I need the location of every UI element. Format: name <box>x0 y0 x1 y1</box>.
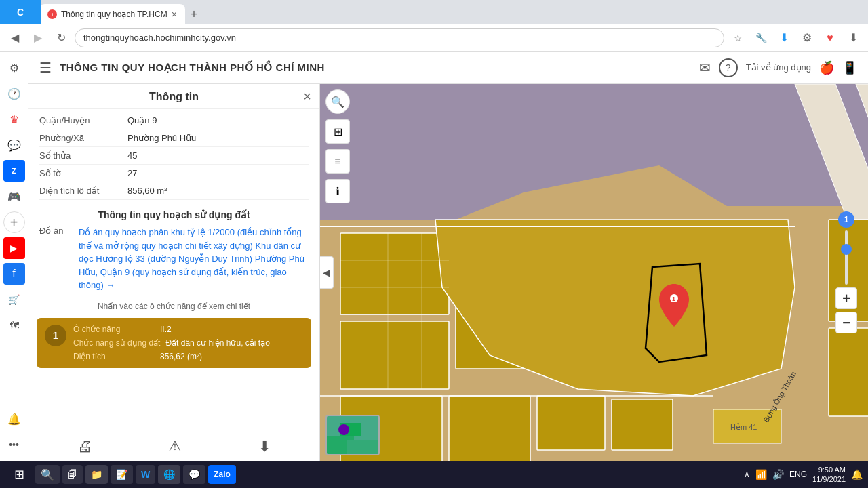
browser-tab-active[interactable]: i Thông tin quy hoạch TP.HCM × <box>39 4 185 24</box>
svg-text:1: 1 <box>672 296 675 302</box>
taskbar-word[interactable]: W <box>136 465 155 484</box>
start-button[interactable]: ⊞ <box>5 464 33 485</box>
sidebar-icon-shop[interactable]: 🛒 <box>3 289 25 310</box>
tray-volume[interactable]: 🔊 <box>772 469 784 480</box>
do-an-label: Đồ án <box>39 226 73 292</box>
download-ext-btn[interactable]: ⬇ <box>774 28 793 47</box>
zone-chuc-nang-label: Chức năng sử dụng đất <box>73 338 160 348</box>
zoom-out-button[interactable]: − <box>835 312 857 333</box>
sidebar-icon-more[interactable]: ••• <box>3 434 25 455</box>
sidebar-icon-gamepad[interactable]: 🎮 <box>3 186 25 207</box>
reload-button[interactable]: ↻ <box>52 28 71 47</box>
app-left-sidebar: ⚙ 🕐 ♛ 💬 Z 🎮 + ▶ f 🛒 🗺 🔔 ••• <box>0 52 28 461</box>
tab-close-btn[interactable]: × <box>172 9 177 20</box>
taskbar: ⊞ 🔍 🗐 📁 📝 W 🌐 💬 Zalo ∧ 📶 🔊 ENG 9:50 AM 1… <box>0 461 868 488</box>
address-bar[interactable]: thongtinquyhoach.hochiminhcity.gov.vn <box>75 28 724 47</box>
svg-rect-12 <box>829 328 868 416</box>
function-zone-card[interactable]: 1 Ô chức năng II.2 Chức năng sử dụng đất… <box>37 318 311 368</box>
map-list-button[interactable]: ≡ <box>326 149 350 174</box>
warning-button[interactable]: ⚠ <box>168 438 182 455</box>
sidebar-icon-settings[interactable]: ⚙ <box>3 57 25 79</box>
info-panel-title: Thông tin <box>149 91 199 103</box>
tray-lang[interactable]: ENG <box>789 470 807 479</box>
map-collapse-control[interactable]: ◀ <box>320 256 334 289</box>
header-download-app-label: Tải về ứng dụng <box>746 62 811 73</box>
field-label-quan-huyen: Quận/Huyện <box>39 115 127 125</box>
dl-manager-btn[interactable]: ⬇ <box>844 28 863 47</box>
settings-btn[interactable]: ⚙ <box>797 28 816 47</box>
map-container[interactable]: Bưng Ông Thoàn Bưng Ông Thoàn Hẻm 41 1 <box>320 84 868 461</box>
app-header: ☰ THÔNG TIN QUY HOẠCH THÀNH PHỐ HỒ CHÍ M… <box>28 52 868 84</box>
sidebar-icon-facebook[interactable]: f <box>3 263 25 285</box>
app-title: THÔNG TIN QUY HOẠCH THÀNH PHỐ HỒ CHÍ MIN… <box>60 62 325 74</box>
collapse-panel-btn[interactable]: ◀ <box>320 256 334 289</box>
header-apple-icon[interactable]: 🍎 <box>819 60 834 75</box>
field-label-dien-tich: Diện tích lô đất <box>39 186 127 196</box>
taskbar-explorer[interactable]: 📁 <box>85 465 108 484</box>
tray-network[interactable]: 📶 <box>755 469 767 480</box>
sidebar-icon-youtube[interactable]: ▶ <box>3 237 25 259</box>
svg-rect-37 <box>347 440 380 455</box>
sidebar-icon-add[interactable]: + <box>3 211 25 233</box>
info-fields-table: Quận/Huyện Quận 9 Phường/Xã Phường Phú H… <box>28 109 319 203</box>
zone-o-chuc-nang-value: II.2 <box>160 325 172 334</box>
map-layer-button[interactable]: ⊞ <box>326 119 350 144</box>
sidebar-icon-zalo[interactable]: Z <box>3 160 25 182</box>
zoom-track <box>845 230 848 285</box>
svg-text:Hẻm 41: Hẻm 41 <box>730 423 757 431</box>
do-an-link[interactable]: Đồ án quy hoạch phân khu tỷ lệ 1/2000 (đ… <box>79 226 309 292</box>
header-email-icon[interactable]: ✉ <box>699 60 711 76</box>
tray-up-arrow[interactable]: ∧ <box>744 470 750 479</box>
field-value-dien-tich: 856,60 m² <box>127 186 167 196</box>
field-value-phuong-xa: Phường Phú Hữu <box>127 133 196 143</box>
bookmark-btn[interactable]: ☆ <box>728 28 747 47</box>
zoom-level-badge: 1 <box>838 211 854 228</box>
taskbar-notepad[interactable]: 📝 <box>111 465 133 484</box>
map-svg: Bưng Ông Thoàn Bưng Ông Thoàn Hẻm 41 1 <box>320 84 868 461</box>
print-button[interactable]: 🖨 <box>77 438 92 455</box>
map-search-button[interactable]: 🔍 <box>326 89 350 114</box>
extension-btn[interactable]: 🔧 <box>751 28 770 47</box>
svg-rect-5 <box>340 321 449 389</box>
section-quy-hoach-title: Thông tin quy hoạch sử dụng đất <box>28 203 319 223</box>
field-value-so-to: 27 <box>127 168 137 178</box>
sidebar-icon-map[interactable]: 🗺 <box>3 314 25 336</box>
info-panel-close-btn[interactable]: × <box>303 89 311 104</box>
svg-point-38 <box>338 424 349 435</box>
mini-map[interactable] <box>326 415 380 455</box>
sidebar-icon-chat[interactable]: 💬 <box>3 134 25 156</box>
taskbar-clock[interactable]: 9:50 AM 11/9/2021 <box>812 465 846 485</box>
system-tray: ∧ 📶 🔊 ENG 9:50 AM 11/9/2021 🔔 <box>744 465 863 485</box>
header-android-icon[interactable]: 📱 <box>842 60 857 75</box>
taskbar-messenger[interactable]: 💬 <box>183 465 205 484</box>
new-tab-button[interactable]: + <box>185 5 203 24</box>
zone-chuc-nang-value: Đất dân cư hiện hữu, cải tạo <box>165 338 269 348</box>
zoom-controls: 1 + − <box>835 211 857 333</box>
map-info-button[interactable]: ℹ <box>326 179 350 203</box>
zone-number-badge: 1 <box>45 325 66 346</box>
header-help-icon[interactable]: ? <box>719 58 738 77</box>
zoom-in-button[interactable]: + <box>835 287 857 309</box>
hamburger-menu[interactable]: ☰ <box>39 60 52 76</box>
taskbar-browser[interactable]: 🌐 <box>158 465 180 484</box>
zone-o-chuc-nang-label: Ô chức năng <box>73 325 155 334</box>
sidebar-icon-history[interactable]: 🕐 <box>3 83 25 104</box>
svg-rect-4 <box>340 233 449 314</box>
forward-button[interactable]: ▶ <box>28 28 47 47</box>
tray-notification[interactable]: 🔔 <box>851 469 863 480</box>
download-button[interactable]: ⬇ <box>258 438 271 455</box>
profile-btn[interactable]: ♥ <box>821 28 840 47</box>
zone-dien-tich-value: 856,62 (m²) <box>160 352 202 361</box>
taskbar-task-view[interactable]: 🗐 <box>62 465 83 484</box>
sidebar-icon-bell[interactable]: 🔔 <box>3 408 25 430</box>
taskbar-zalo[interactable]: Zalo <box>208 465 236 484</box>
zoom-thumb[interactable] <box>841 244 852 255</box>
click-hint-text: Nhấn vào các ô chức năng để xem chi tiết <box>28 298 319 315</box>
sidebar-icon-crown[interactable]: ♛ <box>3 108 25 130</box>
taskbar-search[interactable]: 🔍 <box>35 465 60 484</box>
zone-details: Ô chức năng II.2 Chức năng sử dụng đất Đ… <box>73 325 303 361</box>
field-label-phuong-xa: Phường/Xã <box>39 133 127 143</box>
field-value-quan-huyen: Quận 9 <box>127 115 157 125</box>
back-button[interactable]: ◀ <box>5 28 24 47</box>
zone-dien-tich-label: Diện tích <box>73 352 155 361</box>
